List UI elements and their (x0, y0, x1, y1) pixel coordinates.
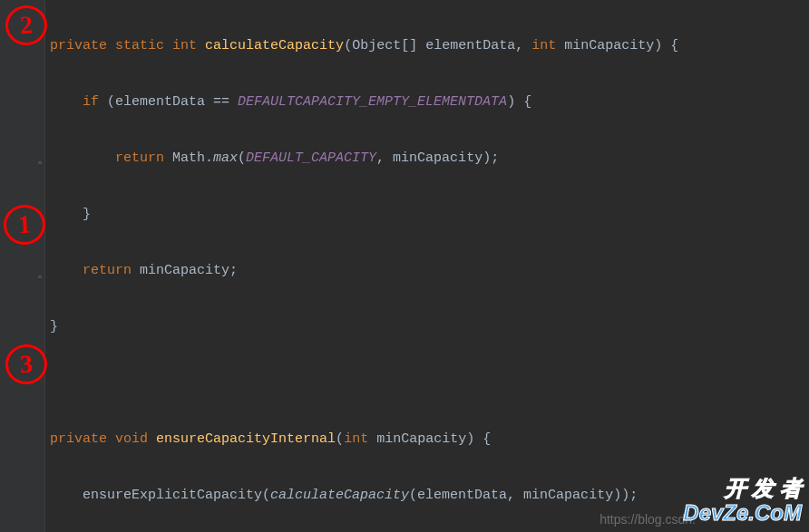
code-line: private static int calculateCapacity(Obj… (50, 32, 678, 60)
code-line: private void ensureCapacityInternal(int … (50, 425, 678, 453)
watermark-url: https://blog.csdn. (599, 512, 696, 527)
code-line: return Math.max(DEFAULT_CAPACITY, minCap… (50, 144, 678, 172)
code-line: return minCapacity; (50, 256, 678, 285)
fold-end-icon[interactable]: ⌃ (37, 160, 43, 170)
code-line: ensureExplicitCapacity(calculateCapacity… (50, 481, 678, 509)
code-line: if (elementData == DEFAULTCAPACITY_EMPTY… (50, 88, 678, 116)
code-line: } (50, 313, 678, 341)
editor-gutter: ⌃ ⌃ (0, 0, 45, 532)
code-line: } (50, 200, 678, 228)
fold-end-icon[interactable]: ⌃ (37, 274, 43, 285)
code-line (50, 369, 678, 397)
code-editor-content[interactable]: private static int calculateCapacity(Obj… (50, 4, 678, 532)
watermark-logo: 开 发 者 DevZe.CoM (683, 477, 802, 525)
